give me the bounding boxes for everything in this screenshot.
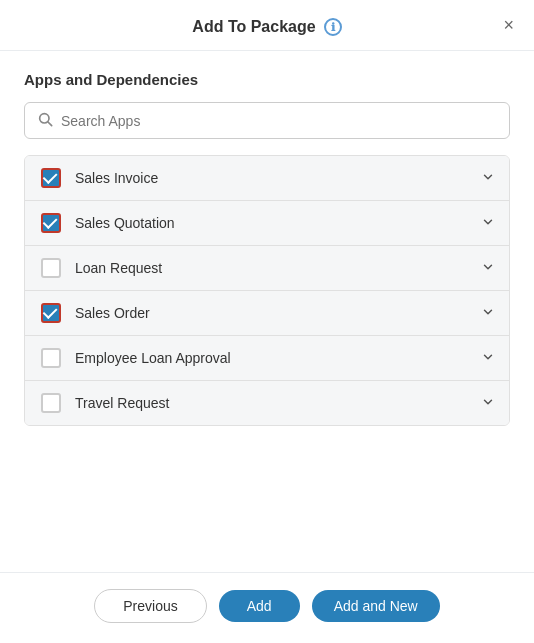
checkbox-wrapper[interactable] bbox=[39, 211, 63, 235]
checkbox-unchecked[interactable] bbox=[41, 393, 61, 413]
previous-button[interactable]: Previous bbox=[94, 589, 206, 623]
checkbox-wrapper[interactable] bbox=[39, 391, 63, 415]
checkbox-wrapper[interactable] bbox=[39, 256, 63, 280]
chevron-down-icon[interactable] bbox=[481, 260, 495, 277]
checkbox-unchecked[interactable] bbox=[41, 258, 61, 278]
list-item[interactable]: Employee Loan Approval bbox=[25, 336, 509, 381]
modal-header: Add To Package ℹ × bbox=[0, 0, 534, 51]
chevron-down-icon[interactable] bbox=[481, 350, 495, 367]
app-name: Sales Order bbox=[75, 305, 473, 321]
modal-title: Add To Package bbox=[192, 18, 315, 36]
app-name: Loan Request bbox=[75, 260, 473, 276]
checkbox-checked[interactable] bbox=[41, 303, 61, 323]
checkbox-wrapper[interactable] bbox=[39, 346, 63, 370]
apps-list: Sales InvoiceSales QuotationLoan Request… bbox=[25, 156, 509, 425]
checkbox-wrapper[interactable] bbox=[39, 166, 63, 190]
chevron-down-icon[interactable] bbox=[481, 215, 495, 232]
svg-line-1 bbox=[48, 122, 52, 126]
app-name: Sales Invoice bbox=[75, 170, 473, 186]
checkbox-unchecked[interactable] bbox=[41, 348, 61, 368]
checkbox-wrapper[interactable] bbox=[39, 301, 63, 325]
list-item[interactable]: Sales Quotation bbox=[25, 201, 509, 246]
modal-footer: Previous Add Add and New bbox=[0, 572, 534, 643]
section-title: Apps and Dependencies bbox=[24, 71, 510, 88]
list-item[interactable]: Loan Request bbox=[25, 246, 509, 291]
app-name: Sales Quotation bbox=[75, 215, 473, 231]
info-icon[interactable]: ℹ bbox=[324, 18, 342, 36]
search-icon bbox=[37, 111, 53, 130]
add-and-new-button[interactable]: Add and New bbox=[312, 590, 440, 622]
list-item[interactable]: Sales Invoice bbox=[25, 156, 509, 201]
chevron-down-icon[interactable] bbox=[481, 305, 495, 322]
app-name: Employee Loan Approval bbox=[75, 350, 473, 366]
apps-list-container: Sales InvoiceSales QuotationLoan Request… bbox=[24, 155, 510, 426]
checkbox-checked[interactable] bbox=[41, 213, 61, 233]
search-input[interactable] bbox=[61, 113, 497, 129]
modal-body: Apps and Dependencies Sales InvoiceSales… bbox=[0, 51, 534, 572]
search-container bbox=[24, 102, 510, 139]
chevron-down-icon[interactable] bbox=[481, 170, 495, 187]
list-item[interactable]: Sales Order bbox=[25, 291, 509, 336]
list-item[interactable]: Travel Request bbox=[25, 381, 509, 425]
checkbox-checked[interactable] bbox=[41, 168, 61, 188]
add-button[interactable]: Add bbox=[219, 590, 300, 622]
app-name: Travel Request bbox=[75, 395, 473, 411]
close-button[interactable]: × bbox=[503, 16, 514, 34]
chevron-down-icon[interactable] bbox=[481, 395, 495, 412]
